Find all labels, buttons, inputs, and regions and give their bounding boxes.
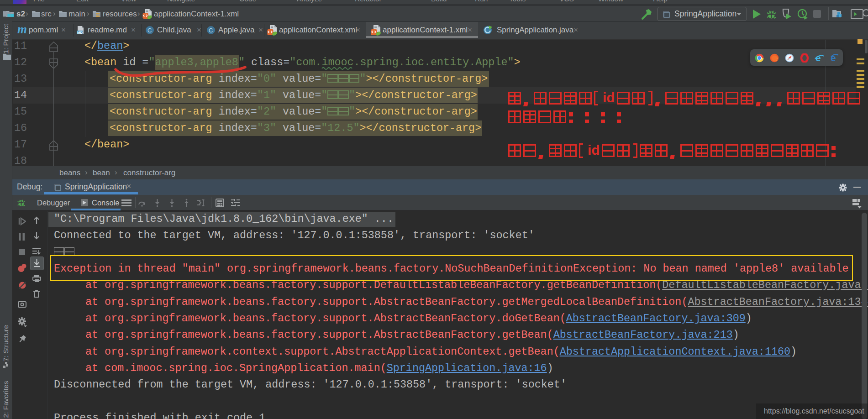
svg-text:MD: MD — [77, 31, 83, 35]
svg-text:C: C — [147, 27, 152, 34]
svg-text:C: C — [209, 27, 213, 34]
